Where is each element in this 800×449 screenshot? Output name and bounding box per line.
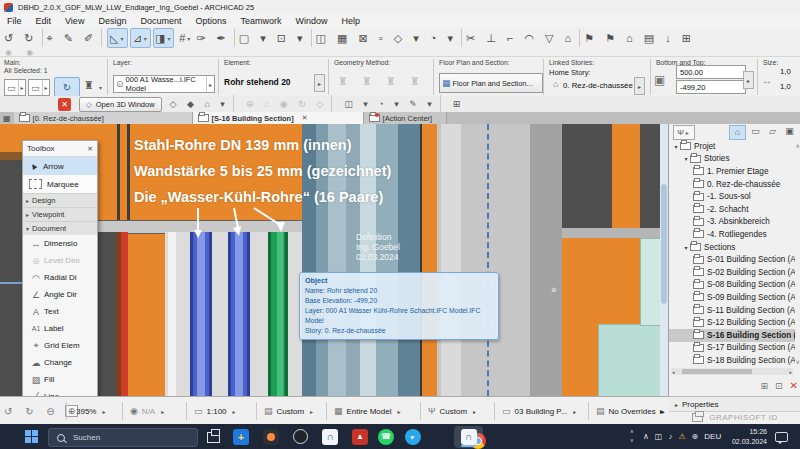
tab-overview-icon[interactable]: ▦ (0, 112, 14, 124)
render-icons[interactable]: ◫ ▾ ◔ ▾ ✎ ▾ (344, 99, 436, 109)
linked-stories-expander[interactable]: ▸ (634, 77, 645, 95)
tree-item-story[interactable]: -4. Rotliegendes (669, 228, 795, 241)
tree-item-section-selected[interactable]: S-16 Building Section (Auto (669, 329, 795, 342)
security-shield-icon[interactable]: ⚠ (678, 432, 685, 441)
tree-scroll-down[interactable]: ∨ (796, 358, 800, 365)
tree-item-sections[interactable]: ▾Sections (669, 241, 795, 254)
tool-dimension[interactable]: ↔Dimensio (23, 235, 97, 252)
menu-document[interactable]: Document (133, 16, 188, 26)
tree-scroll-up[interactable]: ∧ (796, 142, 800, 149)
element-expander[interactable]: ▸ (314, 74, 325, 92)
pen-set-control[interactable]: ▭03 Building P...▸ (502, 397, 576, 425)
tree-item-section[interactable]: S-09 Building Section (Auto- (669, 291, 795, 304)
archicad-pinned-icon[interactable]: ∩ (322, 429, 338, 445)
flag-tools-icons[interactable]: ⚑ ⚑ ⌂ ▤ ↓ ⊞ (584, 32, 695, 45)
view-map-icon[interactable]: ▭ (748, 125, 763, 138)
tab-section-s16[interactable]: [S-16 Building Section] ✕ (193, 112, 364, 124)
toolbox-group-document[interactable]: ▾Document (23, 221, 97, 235)
tree-item-section[interactable]: S-18 Building Section (Auto- (669, 354, 795, 367)
search-input[interactable] (71, 432, 175, 443)
window-restore-icon[interactable] (692, 413, 703, 422)
toolbox-group-design[interactable]: ▸Design (23, 193, 97, 207)
pen-icons[interactable]: ✑ ✒ (196, 32, 230, 45)
tree-item-story[interactable]: -1. Sous-sol (669, 190, 795, 203)
toolbox-group-viewpoint[interactable]: ▸Viewpoint (23, 207, 97, 221)
scrollbar-thumb[interactable] (661, 184, 667, 304)
top-elevation-field[interactable] (676, 65, 746, 79)
bottom-elevation-field[interactable] (676, 80, 746, 94)
tab-floorplan[interactable]: [0. Rez-de-chaussée] (14, 112, 193, 124)
language-indicator[interactable]: DEU (704, 432, 721, 441)
graphisoft-id-bar[interactable]: GRAPHISOFT ID (669, 410, 800, 424)
rotate-mode-button[interactable]: ↻ (54, 77, 80, 97)
menu-help[interactable]: Help (335, 16, 368, 26)
telegram-app-icon[interactable]: ▸ (405, 429, 421, 445)
tree-item-story[interactable]: -2. Schacht (669, 203, 795, 216)
tool-settings-dropdown-1[interactable]: ▭▸ (4, 79, 26, 96)
tree-item-story[interactable]: -3. Absinkbereich (669, 216, 795, 229)
tree-item-stories[interactable]: ▾Stories (669, 153, 795, 166)
floorplan-section-button[interactable]: ▦ Floor Plan and Section... (439, 73, 543, 93)
menu-options[interactable]: Options (188, 16, 233, 26)
tray-app-icon-1[interactable]: ◫ (655, 432, 663, 441)
taskbar-clock[interactable]: 15:26 02.03.2024 (727, 427, 767, 446)
layout-book-icon[interactable]: ▱ (765, 125, 780, 138)
acrobat-app-icon[interactable]: ▲ (352, 429, 368, 445)
object-tool-caret[interactable]: ▾ (99, 84, 102, 91)
scale-control[interactable]: ▭1:100▸ (194, 397, 236, 425)
zoom-level-control[interactable]: 395%▸ (76, 397, 105, 425)
close-palette-button[interactable]: ✕ (58, 98, 71, 111)
notification-center-icon[interactable] (775, 432, 788, 442)
tool-grid-element[interactable]: ⌖Grid Elem (23, 337, 97, 354)
tree-item-section[interactable]: S-11 Building Section (Auto- (669, 304, 795, 317)
partial-structure-control[interactable]: ΨCustom▸ (428, 397, 476, 425)
task-view-icon[interactable] (207, 432, 220, 443)
bottom-top-expander[interactable]: ▸ (743, 71, 754, 89)
new-viewpoint-icon[interactable]: ⊡ (775, 381, 783, 391)
tree-item-section[interactable]: S-08 Building Section (Auto- (669, 279, 795, 292)
menu-design[interactable]: Design (91, 16, 133, 26)
tracker-control[interactable]: ◉N/A▸ (130, 397, 164, 425)
delete-icon[interactable]: ✕ (790, 380, 798, 391)
structure-display-control[interactable]: ▦Entire Model▸ (334, 397, 400, 425)
tool-angle-dimension[interactable]: ∠Angle Dir (23, 286, 97, 303)
whatsapp-app-icon[interactable]: ☎ (378, 429, 394, 445)
new-folder-icon[interactable]: ⊞ (761, 381, 769, 391)
open-3d-window-button[interactable]: ◇ Open 3D Window (79, 97, 162, 112)
publisher-icon[interactable]: ▣ (782, 125, 797, 138)
section-view-canvas[interactable]: Stahl-Rohre DN 139 mm (innen) Wandstärke… (0, 124, 668, 396)
tool-change[interactable]: ☁Change (23, 354, 97, 371)
menu-window[interactable]: Window (288, 16, 334, 26)
menu-teamwork[interactable]: Teamwork (233, 16, 288, 26)
obs-app-icon[interactable] (293, 429, 308, 444)
tree-item-project[interactable]: ▾Projet (669, 140, 795, 153)
tree-item-section[interactable]: S-12 Building Section (Auto- (669, 316, 795, 329)
tool-radial-dimension[interactable]: ◠Radial Di (23, 269, 97, 286)
toolbox-close-icon[interactable]: ✕ (87, 145, 93, 153)
recorder-app-icon[interactable] (263, 429, 279, 445)
taskbar-scroll-arrows[interactable]: ∧∨ (630, 427, 634, 445)
layer-selector[interactable]: ⊙ 000 A1 Wasse...l.IFC Model ▸ (113, 75, 215, 93)
tool-marquee[interactable]: Marquee (23, 175, 97, 193)
tool-fill[interactable]: ▨Fill (23, 371, 97, 388)
taskbar-search[interactable] (48, 428, 198, 447)
object-tool-icon[interactable]: ♜ (84, 79, 94, 92)
tool-arrow[interactable]: ▲ Arrow (23, 157, 97, 175)
guide-lines-button[interactable]: ◺▾ (107, 28, 128, 48)
edit-tools-icons[interactable]: ✂ ⊥ ⌐ ◠ ▽ ⌂ (466, 32, 575, 45)
statusbar-more-button[interactable]: ▸ (660, 397, 664, 425)
menu-edit[interactable]: Edit (29, 16, 59, 26)
menu-view[interactable]: View (58, 16, 91, 26)
tool-text[interactable]: AText (23, 303, 97, 320)
tree-item-story[interactable]: 0. Rez-de-chaussée (669, 178, 795, 191)
navigator-pin-button[interactable]: Ψ▸ (673, 125, 695, 140)
network-icon[interactable]: ⊕ (692, 432, 699, 441)
zoom-nav-buttons[interactable]: ↺ ↻ ⊖ ⊕ (4, 397, 78, 425)
view-tools-icons[interactable]: ◫ ▦ ⊠ ▫ ◇ ▾ ◔ ▾ (316, 32, 457, 45)
archicad-active-icon[interactable]: ∩ (461, 429, 477, 445)
snap-grid-button[interactable]: #▾ (176, 29, 195, 47)
tray-expand-icon[interactable]: ∧ (643, 432, 649, 441)
project-map-icon[interactable]: ⌂ (729, 125, 746, 140)
layout-icons[interactable]: ⊞ (453, 99, 465, 109)
canvas-vertical-scrollbar[interactable] (660, 124, 668, 396)
